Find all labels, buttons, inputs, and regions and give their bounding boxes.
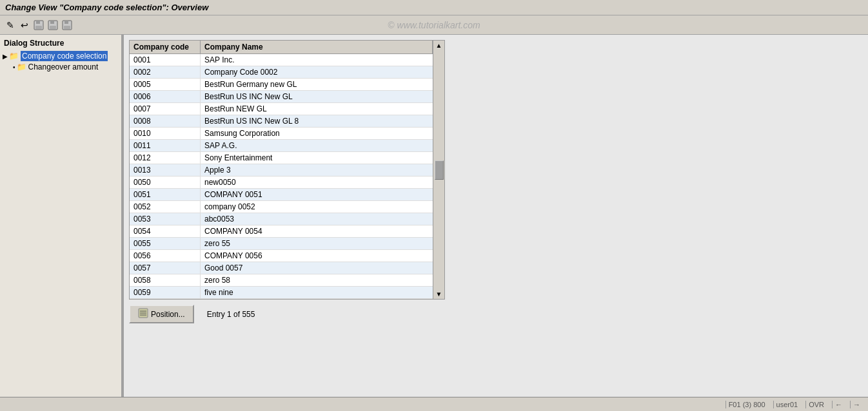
data-table: Company code Company Name 0001 SAP Inc. … [129,40,445,300]
table-row[interactable]: 0050 new0050 [130,177,444,189]
table-row[interactable]: 0005 BestRun Germany new GL [130,79,444,91]
table-body: 0001 SAP Inc. 0002 Company Code 0002 000… [130,54,444,299]
cell-name: BestRun US INC New GL [201,91,444,102]
col-header-company-name: Company Name [201,41,433,53]
cell-code: 0052 [130,201,201,213]
svg-rect-7 [64,21,68,24]
table-row[interactable]: 0002 Company Code 0002 [130,66,444,79]
table-row[interactable]: 0007 BestRun NEW GL [130,103,444,115]
table-row[interactable]: 0052 company 0052 [130,201,444,213]
cell-code: 0010 [130,128,201,139]
tree-item-company-code-selection[interactable]: ▶ 📁 Company code selection [0,50,121,62]
right-content: Company code Company Name 0001 SAP Inc. … [124,35,868,397]
cell-name: Apple 3 [201,164,444,176]
status-nav-left[interactable]: ← [832,401,845,408]
cell-name: zero 58 [201,274,444,286]
status-nav-right[interactable]: → [850,401,863,408]
table-row[interactable]: 0001 SAP Inc. [130,54,444,66]
cell-code: 0057 [130,262,201,274]
main-layout: Dialog Structure ▶ 📁 Company code select… [0,35,868,397]
status-right: F01 (3) 800 user01 OVR ← → [725,401,863,408]
toolbar-icon-save1[interactable] [32,19,45,32]
position-button[interactable]: Position... [129,305,194,323]
cell-code: 0005 [130,79,201,90]
scroll-up-arrow[interactable]: ▲ [435,41,444,50]
cell-name: Company Code 0002 [201,66,444,78]
cell-name: Good 0057 [201,262,444,274]
cell-name: abc0053 [201,213,444,225]
svg-rect-4 [50,21,54,24]
cell-name: new0050 [201,177,444,188]
cell-code: 0013 [130,164,201,176]
cell-name: zero 55 [201,238,444,249]
toolbar: ✎ ↩ © www.tutorialkart.com [0,15,868,35]
svg-rect-5 [50,26,56,29]
table-row[interactable]: 0056 COMPANY 0056 [130,250,444,262]
cell-name: Samsung Corporation [201,128,444,139]
svg-rect-1 [36,21,40,24]
cell-code: 0058 [130,274,201,286]
left-panel: Dialog Structure ▶ 📁 Company code select… [0,35,123,397]
cell-code: 0002 [130,66,201,78]
cell-name: Sony Entertainment [201,152,444,164]
toolbar-icon-save3[interactable] [61,19,74,32]
watermark: © www.tutorialkart.com [388,20,480,30]
position-btn-label: Position... [151,310,185,319]
table-row[interactable]: 0011 SAP A.G. [130,140,444,152]
toolbar-icon-back[interactable]: ↩ [18,19,31,32]
status-ovr: OVR [805,401,827,408]
position-btn-icon [138,308,148,320]
cell-name: BestRun US INC New GL 8 [201,115,444,127]
table-row[interactable]: 0012 Sony Entertainment [130,152,444,164]
title-text: Change View "Company code selection": Ov… [5,3,208,12]
cell-code: 0051 [130,189,201,200]
cell-name: BestRun Germany new GL [201,79,444,90]
cell-name: SAP Inc. [201,54,444,66]
cell-code: 0059 [130,287,201,298]
tree-item-changeover-amount[interactable]: • 📁 Changeover amount [0,62,121,72]
table-row[interactable]: 0008 BestRun US INC New GL 8 [130,115,444,128]
table-row[interactable]: 0059 five nine [130,287,444,299]
title-bar: Change View "Company code selection": Ov… [0,0,868,15]
cell-code: 0007 [130,103,201,115]
entry-count: Entry 1 of 555 [207,310,255,319]
tree-folder-1: 📁 [9,52,19,61]
cell-name: COMPANY 0051 [201,189,444,200]
cell-code: 0055 [130,238,201,249]
toolbar-icon-save2[interactable] [46,19,59,32]
status-session: F01 (3) 800 [725,401,768,408]
table-row[interactable]: 0053 abc0053 [130,213,444,225]
toolbar-icon-edit[interactable]: ✎ [4,19,17,32]
scroll-down-arrow[interactable]: ▼ [435,289,444,299]
cell-name: company 0052 [201,201,444,213]
cell-name: COMPANY 0056 [201,250,444,262]
scroll-thumb[interactable] [435,160,444,180]
cell-code: 0001 [130,54,201,66]
tree-label-company-code: Company code selection [21,51,108,61]
cell-code: 0011 [130,140,201,151]
col-header-company-code: Company code [130,41,201,53]
table-row[interactable]: 0010 Samsung Corporation [130,128,444,140]
table-row[interactable]: 0013 Apple 3 [130,164,444,177]
cell-code: 0012 [130,152,201,164]
cell-code: 0053 [130,213,201,225]
table-row[interactable]: 0054 COMPANY 0054 [130,225,444,238]
table-row[interactable]: 0051 COMPANY 0051 [130,189,444,201]
cell-code: 0006 [130,91,201,102]
cell-code: 0056 [130,250,201,262]
cell-code: 0054 [130,225,201,237]
svg-rect-8 [64,26,70,29]
position-area: Position... Entry 1 of 555 [129,305,863,323]
tree-arrow-2: • [13,64,15,71]
cell-name: BestRun NEW GL [201,103,444,115]
table-row[interactable]: 0006 BestRun US INC New GL [130,91,444,103]
svg-rect-2 [35,26,42,29]
table-row[interactable]: 0057 Good 0057 [130,262,444,274]
cell-name: COMPANY 0054 [201,225,444,237]
table-row[interactable]: 0055 zero 55 [130,238,444,250]
table-row[interactable]: 0058 zero 58 [130,274,444,287]
tree-label-changeover: Changeover amount [28,62,99,72]
status-user: user01 [773,401,801,408]
cell-code: 0008 [130,115,201,127]
cell-code: 0050 [130,177,201,188]
